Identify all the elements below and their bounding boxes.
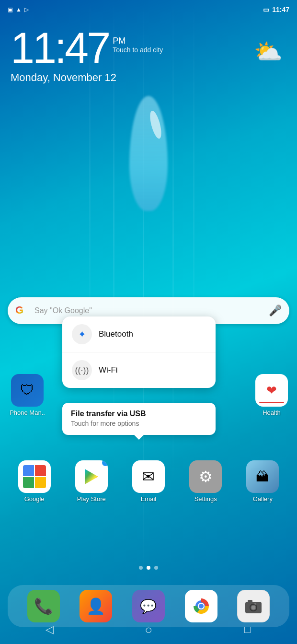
sim-icon: ▣: [8, 6, 13, 13]
usb-notification-subtitle: Touch for more options: [71, 420, 207, 427]
svg-point-8: [254, 603, 256, 605]
wifi-icon: ((·)): [75, 365, 89, 375]
health-label: Health: [263, 409, 281, 416]
bluetooth-notif-item[interactable]: ✦ Bluetooth: [62, 316, 216, 352]
clock-add-city[interactable]: Touch to add city: [113, 46, 163, 54]
bluetooth-status-icon: ▷: [24, 6, 29, 13]
google-logo: G: [15, 304, 29, 317]
recents-icon: □: [244, 623, 251, 636]
usb-notification-title: File transfer via USB: [71, 410, 207, 418]
mic-icon[interactable]: 🎤: [269, 304, 282, 317]
play-store-label: Play Store: [77, 495, 106, 503]
search-placeholder[interactable]: Say "Ok Google": [34, 306, 269, 315]
battery-icon: ▭: [263, 6, 269, 13]
page-indicators: [139, 566, 158, 570]
svg-rect-9: [248, 600, 252, 603]
home-button[interactable]: ○: [137, 618, 160, 642]
recents-button[interactable]: □: [236, 618, 260, 642]
play-store-badge: [101, 460, 108, 467]
clock-ampm: PM: [113, 36, 163, 46]
play-store-app[interactable]: Play Store: [70, 460, 113, 503]
navigation-bar: ◁ ○ □: [0, 615, 297, 644]
back-icon: ◁: [46, 623, 54, 636]
wifi-icon-circle: ((·)): [72, 360, 92, 380]
svg-point-7: [251, 606, 255, 609]
svg-point-3: [199, 604, 204, 609]
weather-widget[interactable]: ⛅: [254, 38, 283, 65]
status-left-icons: ▣ ▲ ▷: [8, 6, 29, 13]
google-app-label: Google: [24, 495, 45, 503]
clock-date: Monday, November 12: [11, 71, 163, 84]
gallery-app[interactable]: 🏔 Gallery: [241, 460, 284, 503]
clock-area: 11:47 PM Touch to add city Monday, Novem…: [11, 26, 163, 84]
svg-marker-0: [85, 469, 98, 484]
home-icon: ○: [145, 622, 152, 637]
phone-manager-icon[interactable]: 🛡 Phone Man..: [6, 374, 49, 416]
side-app-health[interactable]: ❤ Health: [244, 374, 297, 416]
page-dot-1[interactable]: [139, 566, 143, 570]
settings-label: Settings: [194, 495, 217, 503]
page-dot-2[interactable]: [147, 566, 150, 570]
bluetooth-icon: ✦: [78, 328, 86, 340]
google-app[interactable]: Google: [13, 460, 56, 503]
email-label: Email: [141, 495, 157, 503]
gallery-label: Gallery: [253, 495, 273, 503]
quick-settings-popup: ✦ Bluetooth ((·)) Wi-Fi: [62, 316, 216, 388]
health-icon[interactable]: ❤ Health: [250, 374, 293, 416]
time-display: 11:47: [272, 6, 289, 13]
side-app-phone-manager[interactable]: 🛡 Phone Man..: [0, 374, 53, 416]
wifi-notif-item[interactable]: ((·)) Wi-Fi: [62, 352, 216, 388]
page-dot-3[interactable]: [154, 566, 158, 570]
water-drop-decoration: [120, 96, 177, 259]
usb-notification[interactable]: File transfer via USB Touch for more opt…: [62, 403, 216, 435]
wifi-label: Wi-Fi: [99, 365, 118, 375]
email-app[interactable]: ✉ Email: [127, 460, 170, 503]
status-bar: ▣ ▲ ▷ ▭ 11:47: [0, 0, 297, 19]
status-right: ▭ 11:47: [263, 6, 289, 13]
main-app-row: Google Play Store ✉ Emai: [0, 460, 297, 503]
wifi-status-icon: ▲: [16, 6, 22, 13]
phone-manager-label: Phone Man..: [10, 409, 45, 416]
clock-time: 11:47: [11, 26, 109, 70]
bluetooth-label: Bluetooth: [99, 329, 133, 339]
bluetooth-icon-circle: ✦: [72, 324, 92, 344]
settings-app[interactable]: ⚙ Settings: [184, 460, 227, 503]
weather-icon: ⛅: [254, 39, 283, 64]
back-button[interactable]: ◁: [37, 618, 61, 642]
